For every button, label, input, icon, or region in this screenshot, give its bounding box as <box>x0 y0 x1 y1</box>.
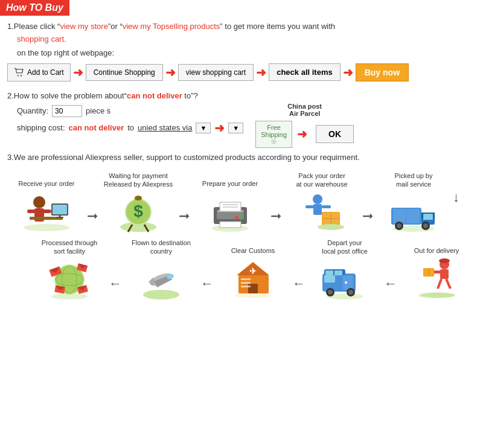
proc-cell-4: Pack your order at our warehouse <box>283 171 361 234</box>
svg-rect-63 <box>325 270 333 275</box>
process-row2: Out for delivery <box>7 238 476 301</box>
svg-point-47 <box>397 223 401 228</box>
section3: 3.We are professional Aliexpress seller,… <box>7 153 476 162</box>
add-to-cart-button[interactable]: Add to Cart <box>7 63 71 82</box>
view-cart-button[interactable]: view shopping cart <box>178 64 254 81</box>
svg-rect-65 <box>324 275 335 283</box>
page-title: How TO Buy <box>6 2 63 13</box>
svg-point-59 <box>421 293 455 298</box>
svg-rect-79 <box>241 286 251 287</box>
svg-rect-78 <box>241 282 251 284</box>
section1-text: 1.Please click “view my store”or “view m… <box>7 21 476 46</box>
proc-cell-1: Receive your order <box>7 172 86 233</box>
svg-line-56 <box>438 279 441 289</box>
proc-cell-processed: Processed through sort facility <box>30 238 109 301</box>
svg-rect-11 <box>56 217 63 218</box>
svg-rect-43 <box>423 214 433 220</box>
svg-rect-77 <box>241 278 251 280</box>
svg-text:$: $ <box>133 202 143 220</box>
proc-cell-customs: Clear Customs ✈ <box>214 239 292 300</box>
svg-rect-31 <box>313 204 322 215</box>
view-topselling-link[interactable]: view my Topselling products <box>123 22 220 31</box>
svg-line-57 <box>446 279 450 289</box>
svg-point-49 <box>423 223 428 228</box>
svg-rect-75 <box>248 284 258 293</box>
add-to-cart-label: Add to Cart <box>27 68 64 77</box>
header-bar: How TO Buy <box>0 0 69 16</box>
svg-point-67 <box>345 281 347 284</box>
arrow4: ➜ <box>343 65 353 80</box>
svg-point-29 <box>235 216 238 220</box>
destination-dropdown[interactable]: ▼ <box>196 123 211 133</box>
shipping-arrow1: ➜ <box>214 121 225 135</box>
svg-point-38 <box>318 224 344 230</box>
china-post-label: China post Air Parcel <box>287 103 322 117</box>
destination-text: unied states via <box>138 123 192 132</box>
arrow1: ➜ <box>73 65 83 80</box>
proc-cell-2: Waiting for payment Released by Aliexpre… <box>99 171 178 234</box>
shipping-method-dropdown[interactable]: ▼ <box>228 123 243 133</box>
shipping-row: shipping cost:can not deliver to unied s… <box>17 121 243 135</box>
proc-cell-3: Prepare your order <box>191 172 269 233</box>
svg-rect-53 <box>433 270 441 274</box>
svg-point-0 <box>18 75 19 76</box>
svg-point-28 <box>239 216 243 220</box>
svg-rect-52 <box>440 269 449 279</box>
svg-point-3 <box>33 196 45 208</box>
svg-point-71 <box>348 290 353 295</box>
ok-button[interactable]: OK <box>316 125 354 143</box>
svg-rect-66 <box>342 275 353 290</box>
quantity-input[interactable] <box>52 105 82 117</box>
svg-rect-9 <box>53 205 67 214</box>
shopping-cart-link[interactable]: shopping cart. <box>17 34 66 43</box>
view-store-link[interactable]: view my store <box>60 22 107 31</box>
section2: 2.How to solve the problem about“can not… <box>7 91 476 148</box>
svg-rect-27 <box>220 222 241 228</box>
process-grid: Receive your order <box>7 171 476 301</box>
arrow2: ➜ <box>165 65 176 80</box>
svg-text:✈: ✈ <box>249 266 257 276</box>
proc-cell-flown: Flown to destination country <box>122 238 200 301</box>
proc-cell-out: Out for delivery <box>397 239 476 300</box>
svg-point-1 <box>21 75 22 76</box>
svg-point-17 <box>135 196 142 200</box>
arrow3: ➜ <box>256 65 266 80</box>
shipping-arrow2: ➜ <box>297 127 307 141</box>
quantity-row: Quantity: piece s <box>17 105 243 117</box>
proc-cell-5: Picked up by mail service <box>374 171 453 234</box>
svg-point-80 <box>143 290 179 299</box>
svg-rect-64 <box>334 270 342 275</box>
svg-rect-6 <box>43 210 51 213</box>
down-arrow: ↓ <box>453 190 459 215</box>
svg-point-30 <box>313 194 322 204</box>
svg-rect-5 <box>27 210 36 213</box>
svg-point-58 <box>439 258 450 263</box>
buy-now-button[interactable]: Buy now <box>356 63 409 82</box>
check-items-button[interactable]: check all items <box>269 63 341 81</box>
section1-subtext: on the top right of webpage: <box>17 48 476 57</box>
svg-rect-33 <box>322 205 331 208</box>
process-row1: Receive your order <box>7 171 476 234</box>
svg-rect-32 <box>305 205 315 208</box>
continue-shopping-button[interactable]: Continue Shopping <box>86 64 163 81</box>
cart-flow: Add to Cart ➜ Continue Shopping ➜ view s… <box>7 63 476 82</box>
free-shipping-box: Free Shipping ☉ <box>255 121 292 148</box>
svg-point-69 <box>328 290 333 295</box>
svg-point-2 <box>24 224 69 231</box>
proc-cell-depart: Depart your local post office <box>305 238 384 301</box>
section2-title: 2.How to solve the problem about“can not… <box>7 91 476 100</box>
